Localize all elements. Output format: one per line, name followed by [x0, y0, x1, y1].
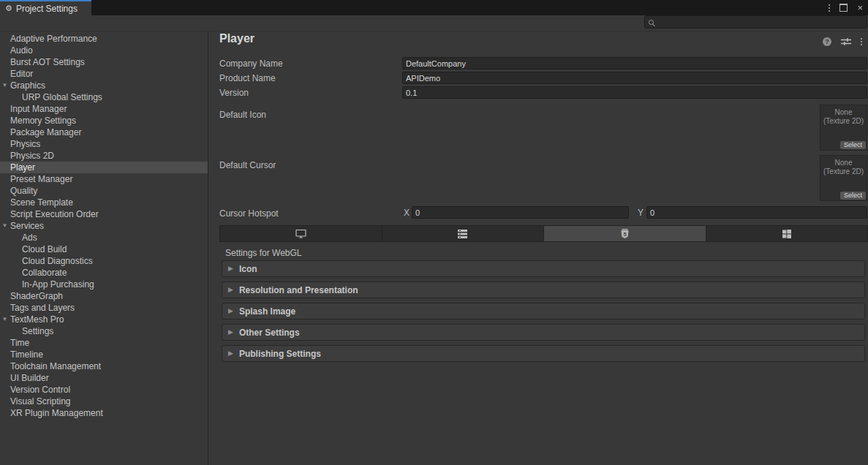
sidebar-item-visual-scripting[interactable]: Visual Scripting	[0, 396, 208, 407]
sidebar-item-ads[interactable]: Ads	[0, 232, 208, 243]
sidebar-item-physics[interactable]: Physics	[0, 138, 208, 150]
sidebar-item-editor[interactable]: Editor	[0, 68, 208, 80]
sidebar-item-cloud-diagnostics[interactable]: Cloud Diagnostics	[0, 255, 208, 267]
sidebar-item-physics-2d[interactable]: Physics 2D	[0, 150, 208, 162]
foldout-collapsed-icon[interactable]: ▶	[228, 265, 233, 272]
sidebar-item-memory-settings[interactable]: Memory Settings	[0, 115, 208, 126]
close-icon[interactable]: ×	[857, 3, 863, 12]
sidebar-item-label: Cloud Build	[22, 244, 67, 254]
presets-icon[interactable]	[841, 37, 851, 46]
platform-tab-bar: 5	[219, 225, 868, 242]
platform-tab-dedicated-server[interactable]	[382, 226, 545, 241]
sidebar-item-collaborate[interactable]: Collaborate	[0, 267, 208, 279]
product-name-input[interactable]	[402, 72, 867, 84]
foldout-expanded-icon[interactable]: ▼	[1, 80, 9, 91]
default-icon-select-button[interactable]: Select	[840, 141, 866, 149]
sidebar-item-preset-manager[interactable]: Preset Manager	[0, 173, 208, 185]
settings-sections: ▶Icon▶Resolution and Presentation▶Splash…	[222, 260, 865, 366]
sidebar-item-graphics[interactable]: ▼Graphics	[0, 80, 208, 91]
section-label: Icon	[239, 264, 257, 274]
sidebar-item-ui-builder[interactable]: UI Builder	[0, 372, 208, 384]
hotspot-x-label: X	[404, 208, 410, 218]
sidebar-item-label: Editor	[10, 69, 33, 79]
sidebar-item-timeline[interactable]: Timeline	[0, 349, 208, 360]
search-box[interactable]	[644, 15, 867, 29]
company-name-label: Company Name	[219, 58, 283, 69]
foldout-collapsed-icon[interactable]: ▶	[228, 287, 233, 293]
sidebar-item-toolchain-management[interactable]: Toolchain Management	[0, 360, 208, 372]
project-settings-tab[interactable]: ⚙ Project Settings	[0, 0, 91, 15]
sidebar-item-settings[interactable]: Settings	[0, 325, 208, 337]
maximize-icon[interactable]	[839, 4, 848, 12]
default-icon-texture-box[interactable]: None (Texture 2D) Select	[820, 105, 867, 151]
html5-icon: 5	[621, 229, 629, 239]
search-icon	[649, 20, 654, 25]
settings-category-list: Adaptive PerformanceAudioBurst AOT Setti…	[0, 31, 208, 465]
section-other-settings[interactable]: ▶Other Settings	[222, 324, 865, 341]
section-resolution-and-presentation[interactable]: ▶Resolution and Presentation	[222, 281, 865, 298]
search-input[interactable]	[657, 18, 867, 26]
section-icon[interactable]: ▶Icon	[222, 260, 865, 277]
foldout-expanded-icon[interactable]: ▼	[1, 314, 9, 325]
version-input[interactable]	[402, 86, 867, 99]
help-icon[interactable]: ?	[823, 37, 831, 46]
platform-tab-webgl[interactable]: 5	[544, 226, 706, 241]
sidebar-item-quality[interactable]: Quality	[0, 185, 208, 197]
sidebar-item-audio[interactable]: Audio	[0, 45, 208, 56]
platform-tab-uwp[interactable]	[706, 226, 868, 241]
sidebar-item-label: TextMesh Pro	[10, 314, 64, 325]
sidebar-item-label: Memory Settings	[10, 116, 76, 126]
sidebar-item-label: Physics 2D	[10, 151, 54, 161]
section-splash-image[interactable]: ▶Splash Image	[222, 303, 865, 320]
version-label: Version	[219, 88, 249, 98]
platform-tab-standalone[interactable]	[220, 226, 382, 241]
hotspot-y-input[interactable]	[646, 206, 867, 219]
default-cursor-select-button[interactable]: Select	[840, 192, 866, 200]
window-menu-icon[interactable]	[829, 4, 830, 12]
sidebar-item-urp-global-settings[interactable]: URP Global Settings	[0, 91, 208, 103]
sidebar-item-label: Services	[10, 221, 44, 231]
sidebar-item-time[interactable]: Time	[0, 337, 208, 349]
sidebar-item-label: Preset Manager	[10, 174, 72, 184]
sidebar-item-version-control[interactable]: Version Control	[0, 384, 208, 396]
sidebar-item-services[interactable]: ▼Services	[0, 220, 208, 232]
foldout-collapsed-icon[interactable]: ▶	[228, 350, 233, 357]
hotspot-x-input[interactable]	[412, 206, 629, 219]
sidebar-item-script-execution-order[interactable]: Script Execution Order	[0, 208, 208, 220]
default-cursor-texture-box[interactable]: None (Texture 2D) Select	[820, 155, 867, 201]
sidebar-item-textmesh-pro[interactable]: ▼TextMesh Pro	[0, 314, 208, 325]
section-publishing-settings[interactable]: ▶Publishing Settings	[222, 345, 865, 362]
sidebar-item-xr-plugin-management[interactable]: XR Plugin Management	[0, 407, 208, 419]
foldout-collapsed-icon[interactable]: ▶	[228, 329, 233, 336]
sidebar-item-input-manager[interactable]: Input Manager	[0, 103, 208, 115]
sidebar-item-label: UI Builder	[10, 373, 49, 383]
sidebar-item-shadergraph[interactable]: ShaderGraph	[0, 290, 208, 302]
windows-icon	[782, 230, 791, 238]
sidebar-item-label: Burst AOT Settings	[10, 57, 85, 67]
sidebar-item-tags-and-layers[interactable]: Tags and Layers	[0, 302, 208, 314]
window-title: Project Settings	[16, 4, 78, 14]
sidebar-item-scene-template[interactable]: Scene Template	[0, 197, 208, 208]
window-controls: ×	[829, 0, 863, 15]
page-title: Player	[219, 32, 254, 45]
texture-none-text: None (Texture 2D)	[820, 108, 867, 126]
sidebar-item-burst-aot-settings[interactable]: Burst AOT Settings	[0, 56, 208, 68]
product-name-label: Product Name	[219, 73, 276, 83]
sidebar-item-label: Version Control	[10, 385, 70, 395]
sidebar-item-player[interactable]: Player	[0, 162, 208, 173]
svg-text:5: 5	[623, 231, 626, 238]
sidebar-item-label: Quality	[10, 186, 37, 196]
foldout-expanded-icon[interactable]: ▼	[1, 220, 9, 232]
foldout-collapsed-icon[interactable]: ▶	[228, 308, 233, 314]
sidebar-item-cloud-build[interactable]: Cloud Build	[0, 243, 208, 255]
texture-none-text: None (Texture 2D)	[820, 159, 867, 176]
titlebar: ⚙ Project Settings ×	[0, 0, 868, 15]
panel-menu-icon[interactable]	[861, 38, 862, 45]
sidebar-item-package-manager[interactable]: Package Manager	[0, 126, 208, 138]
sidebar-item-adaptive-performance[interactable]: Adaptive Performance	[0, 33, 208, 45]
monitor-icon	[295, 229, 306, 238]
section-label: Splash Image	[239, 306, 295, 317]
sidebar-item-in-app-purchasing[interactable]: In-App Purchasing	[0, 279, 208, 290]
company-name-input[interactable]	[402, 57, 867, 69]
panel-header-icons: ?	[823, 37, 862, 46]
